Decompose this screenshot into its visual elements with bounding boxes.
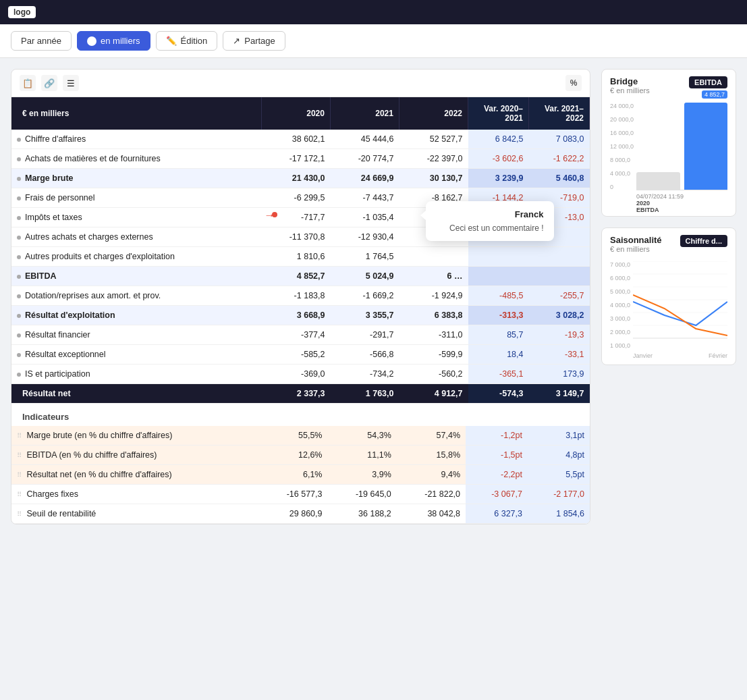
cell-2020: -17 172,1 xyxy=(261,149,330,169)
row-dot xyxy=(17,373,21,377)
tooltip-author: Franck xyxy=(437,209,543,219)
table-row: Résultat exceptionnel -585,2 -566,8 -599… xyxy=(11,345,590,365)
drag-handle[interactable]: ⠿ xyxy=(17,510,22,518)
edition-button[interactable]: ✏️ Édition xyxy=(156,31,218,51)
row-label: EBITDA xyxy=(11,267,261,286)
edit-icon: ✏️ xyxy=(166,36,177,46)
y-label: 3 000,0 xyxy=(610,315,630,322)
y-label: 24 000,0 xyxy=(610,103,634,109)
drag-handle[interactable]: ⠿ xyxy=(17,471,22,479)
cell-2021: -566,8 xyxy=(330,345,399,365)
cell-var2 xyxy=(529,247,590,267)
cell-2021: 45 444,6 xyxy=(330,130,399,149)
indicators-table: ⠿ Marge brute (en % du chiffre d'affaire… xyxy=(11,426,590,524)
cell-2022: 52 527,7 xyxy=(399,130,468,149)
group-icon[interactable]: 🔗 xyxy=(41,75,57,91)
cell-2021: -12 930,4 xyxy=(330,227,399,247)
cell-2021: -734,2 xyxy=(330,365,399,384)
table-row: IS et participation -369,0 -734,2 -560,2… xyxy=(11,365,590,384)
cell-2020: -1 183,8 xyxy=(261,286,330,306)
col-2022-header: 2022 xyxy=(399,97,468,130)
seasonal-chart-inner: 7 000,0 6 000,0 5 000,0 4 000,0 3 000,0 … xyxy=(610,261,727,359)
row-label: Autres achats et charges externes xyxy=(11,227,261,247)
cell-2021: 1 764,5 xyxy=(330,247,399,267)
drag-handle[interactable]: ⠿ xyxy=(17,452,22,459)
bridge-tab[interactable]: EBITDA xyxy=(689,76,727,88)
seasonal-y-axis: 7 000,0 6 000,0 5 000,0 4 000,0 3 000,0 … xyxy=(610,261,630,349)
partage-button[interactable]: ↗ Partage xyxy=(223,31,285,51)
indicator-2022: 9,4% xyxy=(397,465,466,485)
row-label: Achats de matières et de fournitures xyxy=(11,149,261,169)
row-dot xyxy=(17,177,21,181)
row-dot xyxy=(17,236,21,240)
indicator-2020: -16 577,3 xyxy=(258,485,327,504)
share-icon: ↗ xyxy=(233,36,240,46)
y-label: 12 000,0 xyxy=(610,143,634,150)
col-var2-header: Var. 2021–2022 xyxy=(529,97,590,130)
comment-tooltip: Franck Ceci est un commentaire ! xyxy=(426,201,554,241)
cell-2021: -7 443,7 xyxy=(330,188,399,208)
seasonal-subtitle: € en milliers xyxy=(610,245,662,253)
indicator-var2: -2 177,0 xyxy=(528,485,590,504)
circle-icon xyxy=(87,36,96,46)
y-label: 8 000,0 xyxy=(610,157,634,163)
row-dot xyxy=(17,216,21,220)
indicator-2022: 57,4% xyxy=(397,426,466,446)
table-row-total: Résultat net 2 337,3 1 763,0 4 912,7 -57… xyxy=(11,384,590,404)
cell-2022: 30 130,7 xyxy=(399,169,468,188)
cell-2021: -1 669,2 xyxy=(330,286,399,306)
y-label: 7 000,0 xyxy=(610,261,630,268)
copy-icon[interactable]: 📋 xyxy=(20,75,36,91)
cell-2022: 6 … xyxy=(399,267,468,286)
cell-2022: -560,2 xyxy=(399,365,468,384)
indicator-var1: -2,2pt xyxy=(466,465,528,485)
par-annee-button[interactable]: Par année xyxy=(11,31,72,51)
drag-handle[interactable]: ⠿ xyxy=(17,432,22,439)
bridge-subtitle: € en milliers xyxy=(610,86,650,95)
indicator-var1: -3 067,7 xyxy=(466,485,528,504)
list-icon[interactable]: ☰ xyxy=(63,75,79,91)
indicator-2021: -19 645,0 xyxy=(327,485,396,504)
row-dot xyxy=(17,255,21,259)
cell-2021: -1 035,4 xyxy=(330,208,399,227)
percent-toggle[interactable]: % xyxy=(565,75,582,91)
indicator-label: ⠿ Seuil de rentabilité xyxy=(11,504,258,524)
cell-2020: 38 602,1 xyxy=(261,130,330,149)
row-label: Résultat exceptionnel xyxy=(11,345,261,365)
row-label: Autres produits et charges d'exploitatio… xyxy=(11,247,261,267)
row-label: Dotation/reprises aux amort. et prov. xyxy=(11,286,261,306)
row-dot xyxy=(17,353,21,357)
cell-var2: -19,3 xyxy=(529,325,590,345)
cell-var2: 173,9 xyxy=(529,365,590,384)
bridge-card: Bridge € en milliers EBITDA 24 000,0 20 … xyxy=(601,69,736,217)
cell-2022: 4 912,7 xyxy=(399,384,468,404)
row-dot xyxy=(17,157,21,161)
x-label: Janvier xyxy=(633,352,653,359)
cell-var1: -313,3 xyxy=(468,306,529,325)
indicator-2021: 36 188,2 xyxy=(327,504,396,524)
indicator-var2: 1 854,6 xyxy=(528,504,590,524)
drag-handle[interactable]: ⠿ xyxy=(17,491,22,498)
seasonal-svg-area: Janvier Février xyxy=(633,261,727,359)
bridge-footer-date: 04/07/2024 11:59 xyxy=(636,193,727,200)
col-label-header: € en milliers xyxy=(11,97,261,130)
indicator-var1: 6 327,3 xyxy=(466,504,528,524)
indicator-var2: 3,1pt xyxy=(528,426,590,446)
cell-var1: 85,7 xyxy=(468,325,529,345)
indicator-label: ⠿ Résultat net (en % du chiffre d'affair… xyxy=(11,465,258,485)
cell-2020: -6 299,5 xyxy=(261,188,330,208)
financial-table-section: 📋 🔗 ☰ % € en milliers 2020 2021 2022 Var… xyxy=(11,69,590,524)
col-2020-header: 2020 xyxy=(261,97,330,130)
row-label: Résultat d'exploitation xyxy=(11,306,261,325)
indicator-row: ⠿ EBITDA (en % du chiffre d'affaires) 12… xyxy=(11,446,590,465)
seasonal-tab[interactable]: Chiffre d... xyxy=(680,235,727,247)
en-milliers-button[interactable]: en milliers xyxy=(77,31,150,51)
cell-2020: -585,2 xyxy=(261,345,330,365)
x-label: Février xyxy=(709,352,727,359)
indicator-2022: 15,8% xyxy=(397,446,466,465)
cell-var1: -574,3 xyxy=(468,384,529,404)
indicator-label: ⠿ EBITDA (en % du chiffre d'affaires) xyxy=(11,446,258,465)
bridge-footer: 04/07/2024 11:59 2020EBITDA xyxy=(636,193,727,213)
row-label: Impôts et taxes → xyxy=(11,208,261,227)
bridge-bar xyxy=(636,172,680,190)
